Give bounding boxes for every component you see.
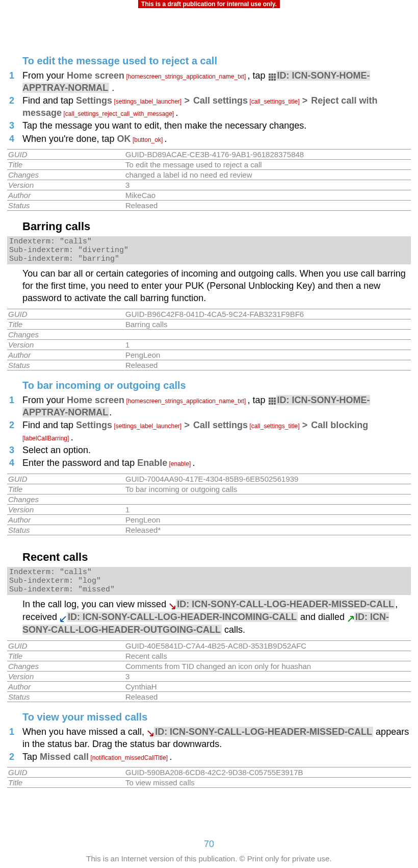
meta-key: Changes [7,330,125,339]
list-item: 4 When you're done, tap OK [button_ok] . [7,133,411,145]
outgoing-call-icon [347,611,354,624]
text: Tap the message you want to edit, then m… [22,120,411,132]
text: and dialled [298,612,347,622]
meta-value: Recent calls [125,652,411,660]
meta-key: GUID [7,641,125,650]
text: Enter the password and tap [22,458,137,468]
list-item: 2 Find and tap Settings [settings_label_… [7,419,411,443]
list-item: 1 When you have missed a call, ID: ICN-S… [7,726,411,750]
meta-key: Author [7,351,125,359]
svg-rect-12 [269,400,271,402]
meta-value: GUID-40E5841D-C7A4-4B25-AC8D-3531B9D52AF… [125,641,411,650]
svg-rect-2 [274,73,276,76]
indexterm-block: Indexterm: "calls" Sub-indexterm: "log" … [7,567,411,595]
heading-bar-calls: To bar incoming or outgoing calls [22,380,411,391]
string-id: [enable] [167,460,192,467]
meta-key: Title [7,652,125,660]
step-number: 1 [7,394,22,406]
string-id: [notification_missedCallTitle] [89,754,169,761]
text: Find and tap [22,95,76,106]
text: , tap [248,395,268,405]
meta-value: 1 [125,505,411,514]
meta-table: GUIDGUID-7004AA90-417E-4304-85B9-6EB5025… [7,474,411,535]
list-item: 3Select an option. [7,444,411,456]
chevron-icon: > [301,420,309,430]
text: Find and tap [22,420,76,430]
svg-rect-1 [271,73,273,76]
meta-key: Title [7,778,125,787]
meta-key: Status [7,526,125,534]
meta-key: GUID [7,150,125,159]
string-id: [homescreen_strings_application_name_txt… [124,398,247,405]
meta-key: Title [7,160,125,169]
svg-rect-7 [271,79,273,81]
keyword-enable: Enable [137,458,167,468]
meta-value: GUID-7004AA90-417E-4304-85B9-6EB50256193… [125,475,411,483]
missed-call-icon [169,599,176,611]
meta-key: Changes [7,495,125,504]
keyword-ok: OK [117,134,131,144]
meta-key: Status [7,692,125,701]
svg-rect-16 [271,403,273,405]
string-id: [homescreen_strings_application_name_txt… [124,73,247,80]
keyword-call-settings: Call settings [193,420,248,430]
svg-rect-9 [269,398,271,400]
svg-rect-3 [269,76,271,78]
list-item: 1 From your Home screen [homescreen_stri… [7,70,411,94]
keyword-call-settings: Call settings [193,95,248,106]
meta-value: Released* [125,526,411,534]
text: . [109,83,114,93]
meta-value: GUID-B96C42F8-041D-4CA5-9C24-FAB3231F9BF… [125,310,411,318]
string-id: [button_ok] [131,136,165,143]
keyword-call-blocking: Call blocking [311,420,368,430]
icon-id: ID: ICN-SONY-CALL-LOG-HEADER-MISSED-CALL [176,599,395,609]
meta-key: Status [7,201,125,210]
meta-value: MikeCao [125,191,411,200]
string-id: [call_settings_reject_call_with_message] [62,110,175,117]
list-item: 4 Enter the password and tap Enable [ena… [7,457,411,469]
meta-key: Version [7,672,125,681]
text: . [71,432,73,442]
meta-value: CynthiaH [125,682,411,691]
svg-rect-17 [274,403,276,405]
meta-key: Version [7,340,125,349]
apptray-icon [268,394,276,406]
meta-value: GUID-590BA208-6CD8-42C2-9D38-C05755E3917… [125,768,411,777]
text: , tap [248,70,268,81]
step-number: 2 [7,751,22,763]
meta-key: Version [7,505,125,514]
string-id: [labelCallBarring] [22,435,71,442]
body-text: In the call log, you can view missed ID:… [22,598,411,636]
step-number: 1 [7,726,22,738]
svg-rect-15 [269,403,271,405]
meta-key: GUID [7,310,125,318]
meta-key: Version [7,181,125,189]
list-item: 1 From your Home screen [homescreen_stri… [7,394,411,418]
string-id: [settings_label_launcher] [112,423,183,430]
meta-table: GUIDGUID-40E5841D-C7A4-4B25-AC8D-3531B9D… [7,640,411,702]
meta-key: Changes [7,662,125,671]
svg-rect-13 [271,400,273,402]
heading-view-missed: To view your missed calls [22,711,411,723]
svg-rect-6 [269,79,271,81]
meta-table: GUIDGUID-590BA208-6CD8-42C2-9D38-C05755E… [7,767,411,788]
meta-key: Author [7,515,125,524]
meta-value: 3 [125,672,411,681]
keyword-missed-call: Missed call [40,752,89,762]
meta-key: Author [7,191,125,200]
text: . [109,407,112,417]
missed-call-icon [147,726,154,738]
keyword-home-screen: Home screen [67,70,124,81]
meta-key: GUID [7,475,125,483]
meta-value: Comments from TID changed an icon only f… [125,662,411,671]
text: Select an option. [22,444,411,456]
text: . [176,108,178,118]
meta-key: GUID [7,768,125,777]
string-id: [settings_label_launcher] [112,98,183,105]
svg-rect-8 [274,79,276,81]
meta-value [125,495,411,504]
meta-key: Changes [7,170,125,179]
page-number: 70 [0,839,418,850]
svg-rect-4 [271,76,273,78]
chevron-icon: > [301,95,309,106]
